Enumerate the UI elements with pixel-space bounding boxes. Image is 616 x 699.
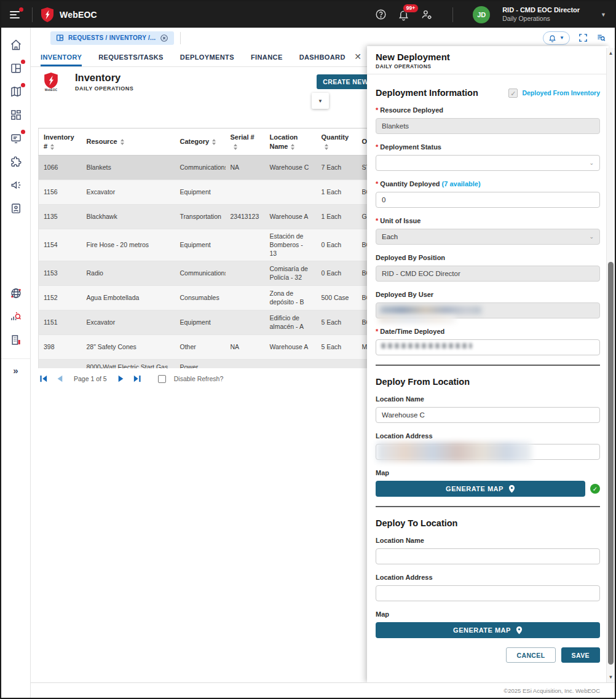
field-to-location-name: Location Name [376,537,600,564]
sidebar-item-search-analytics[interactable] [9,309,23,324]
column-header[interactable]: Resource [82,128,175,156]
new-deployment-panel: New Deployment DAILY OPERATIONS Deployme… [367,46,609,682]
datetime-deployed-input[interactable] [376,339,600,355]
main-menu-icon[interactable] [10,9,23,20]
view-options-caret-button[interactable]: ▼ [312,93,329,109]
user-menu-caret-icon[interactable]: ▼ [601,12,606,18]
table-row[interactable]: 1135BlackhawkTransportation23413123Wareh… [39,205,369,229]
table-row[interactable]: 39828" Safety ConesOtherNAWarehouse A5 E… [39,334,369,359]
scrollbar-thumb[interactable] [608,262,614,665]
sidebar-item-boards[interactable] [9,61,23,76]
chevron-down-icon: ⌄ [589,234,594,240]
board-tab[interactable]: REQUESTS / INVENTORY /... [50,31,174,45]
cancel-button[interactable]: CANCEL [506,647,555,663]
field-from-location-name: Location Name [376,395,600,423]
fullscreen-icon[interactable] [578,33,588,42]
brand[interactable]: WebEOC [41,7,97,22]
scroll-up-arrow-icon[interactable]: ▲ [607,50,615,56]
tab-dashboard[interactable]: DASHBOARD [299,48,346,66]
deployed-from-inventory-checkbox[interactable]: ✓ [508,89,518,98]
left-sidebar: » [1,28,31,698]
sidebar-item-announcements[interactable] [9,178,23,192]
deployed-by-user-input[interactable] [376,302,600,318]
column-header[interactable]: Inventory # [39,128,82,156]
tab-requests-tasks[interactable]: REQUESTS/TASKS [98,48,164,66]
column-header[interactable]: Quantity [317,128,357,156]
sidebar-expand-icon[interactable]: » [1,358,30,376]
close-icon[interactable]: ✕ [354,52,361,61]
column-header[interactable]: Serial # [226,128,265,156]
table-cell: 1152 [39,285,82,310]
from-location-address-input[interactable] [376,444,600,460]
notifications-bell-icon[interactable]: 99+ [398,9,409,21]
sidebar-item-globe[interactable] [9,286,23,301]
column-header[interactable]: Location Name [265,128,317,156]
generate-map-to-button[interactable]: GENERATE MAP [376,622,600,638]
pagination-bar: Page 1 of 5 Disable Refresh? [31,368,368,389]
first-page-icon[interactable] [39,375,48,382]
sidebar-item-organizations[interactable] [9,333,23,347]
from-location-name-input[interactable] [376,407,600,423]
to-location-address-input[interactable] [376,585,600,601]
generate-map-from-button[interactable]: GENERATE MAP [376,481,585,497]
next-page-icon[interactable] [117,375,125,382]
subscriptions-bell-icon[interactable]: ▼ [543,31,570,45]
sidebar-item-apps[interactable] [9,108,23,122]
board-search-icon[interactable] [596,33,606,42]
sidebar-item-messages[interactable] [9,131,23,146]
sort-icon[interactable] [325,144,328,150]
user-identity[interactable]: RID - CMD EOC Director Daily Operations [502,6,580,23]
table-cell: Edificio de almacén - A [265,310,317,334]
user-settings-icon[interactable] [421,9,433,20]
sidebar-item-contacts[interactable] [9,201,23,216]
datetime-deployed-label: Date/Time Deployed [376,328,600,335]
table-cell: Blackhawk [82,205,175,229]
disable-refresh-checkbox[interactable] [158,375,166,383]
view-logo-text: WebEOC [43,89,59,92]
table-cell: Equipment [175,229,226,261]
board-tab-row: REQUESTS / INVENTORY /... ▼ [31,28,615,48]
table-cell: Estación de Bomberos - 13 [265,229,317,261]
deployed-by-position-input[interactable] [376,266,600,282]
from-location-address-label: Location Address [376,432,600,440]
inventory-board: INVENTORY REQUESTS/TASKS DEPLOYMENTS FIN… [31,48,368,682]
table-row[interactable]: 1154Fire Hose - 20 metrosEquipmentEstaci… [39,229,369,261]
sort-icon[interactable] [291,144,294,150]
quantity-deployed-input[interactable] [376,192,600,208]
table-row[interactable]: 1153RadioCommunicationsComisaría de Poli… [39,261,369,285]
page-scrollbar[interactable]: ▲ ▼ [606,48,615,682]
tab-deployments[interactable]: DEPLOYMENTS [180,48,234,66]
avatar[interactable]: JD [473,6,490,23]
resource-deployed-input[interactable] [376,118,600,134]
sort-icon[interactable] [234,144,237,150]
table-row[interactable]: 1066BlanketsCommunicationsNAWarehouse C7… [39,156,369,180]
help-icon[interactable] [375,9,387,20]
table-row[interactable]: 1151ExcavatorEquipmentEdificio de almacé… [39,310,369,334]
field-deployed-by-user: Deployed By User [376,291,600,318]
table-cell: Warehouse C [265,156,317,180]
create-new-button[interactable]: CREATE NEW + [317,74,368,89]
to-location-name-input[interactable] [376,548,600,564]
table-cell: Equipment [175,180,226,205]
column-header[interactable]: Category [175,128,226,156]
sidebar-item-maps[interactable] [9,84,23,99]
field-to-map: Map GENERATE MAP [376,610,600,638]
last-page-icon[interactable] [133,375,141,382]
sort-icon[interactable] [120,139,124,145]
deployment-status-select[interactable]: ⌄ [376,155,600,171]
sidebar-item-plugins[interactable] [9,154,23,169]
scroll-down-arrow-icon[interactable]: ▼ [607,674,615,680]
tab-inventory[interactable]: INVENTORY [41,48,82,66]
app-title: WebEOC [60,10,97,20]
prev-page-icon[interactable] [56,375,63,382]
save-button[interactable]: SAVE [561,647,600,663]
table-row[interactable]: 1152Agua EmbotelladaConsumablesZona de d… [39,285,369,310]
table-row[interactable]: 1156ExcavatorEquipment1 EachBCM [39,180,369,205]
tab-finance[interactable]: FINANCE [251,48,283,66]
sidebar-item-home[interactable] [9,38,23,52]
table-cell: 0 Each [317,261,357,285]
close-circle-icon[interactable] [160,34,168,42]
sort-icon[interactable] [212,139,216,145]
sort-icon[interactable] [50,144,54,150]
unit-of-issue-select[interactable]: Each ⌄ [376,229,600,245]
